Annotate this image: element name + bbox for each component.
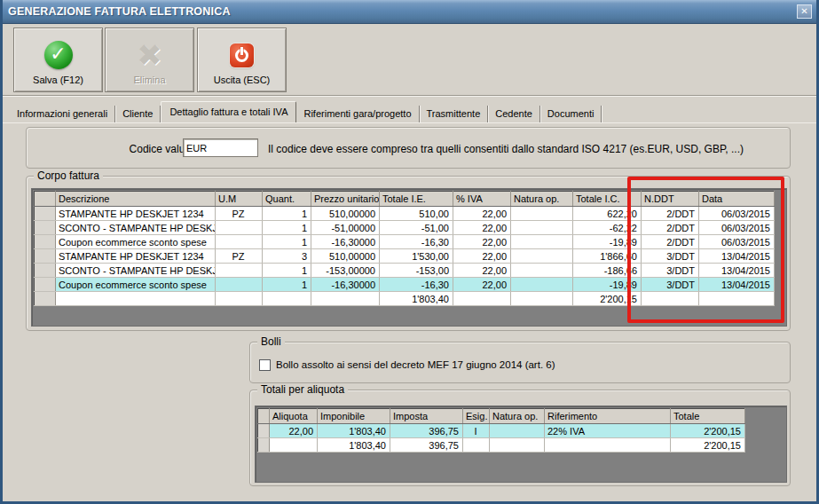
save-button-label: Salva (F12): [33, 75, 83, 85]
cell: 06/03/2015: [699, 221, 775, 235]
x-mark-icon: ✖: [137, 40, 162, 70]
cell: 2'200,15: [671, 424, 745, 438]
invoice-body-groupbox: Corpo fattura DescrizioneU.MQuant.Prezzo…: [26, 176, 791, 331]
cell: -16,30000: [311, 235, 380, 249]
table-row[interactable]: 1'803,402'200,15: [35, 292, 775, 306]
column-header[interactable]: Imponibile: [318, 409, 390, 424]
table-row[interactable]: Coupon ecommerce sconto spese1-16,30000-…: [35, 235, 775, 249]
cell: [270, 438, 318, 453]
cell: 510,00: [380, 207, 453, 221]
cell: -19,89: [573, 278, 642, 292]
table-row[interactable]: 1'803,40396,752'200,15: [258, 438, 745, 453]
column-header[interactable]: Natura op.: [490, 409, 545, 424]
cell: [453, 292, 511, 306]
cell: [216, 278, 263, 292]
currency-code-label: Codice valuta :: [62, 143, 200, 155]
close-icon[interactable]: ✕: [797, 4, 812, 19]
cell: [511, 221, 573, 235]
cell: [511, 292, 573, 306]
check-circle-icon: [44, 41, 73, 69]
cell: [545, 438, 671, 453]
cell: 22% IVA: [545, 424, 671, 438]
selector-column-header[interactable]: [258, 409, 270, 424]
cell: SCONTO - STAMPANTE HP DESKJET 1...: [56, 264, 216, 278]
invoice-body-table: DescrizioneU.MQuant.Prezzo unitarioTotal…: [34, 191, 775, 306]
titlebar[interactable]: GENERAZIONE FATTURA ELETTRONICA ✕: [0, 0, 819, 24]
cell: [511, 264, 573, 278]
column-header[interactable]: U.M: [216, 192, 263, 207]
column-header[interactable]: Totale I.E.: [380, 192, 453, 207]
column-header[interactable]: Esig.: [463, 409, 490, 424]
cell: 06/03/2015: [699, 235, 775, 249]
row-selector[interactable]: [35, 278, 56, 292]
cell: 1'803,40: [318, 424, 390, 438]
column-header[interactable]: Descrizione: [56, 192, 216, 207]
selector-column-header[interactable]: [35, 192, 56, 207]
invoice-body-grid-panel: DescrizioneU.MQuant.Prezzo unitarioTotal…: [31, 188, 787, 327]
cell: 510,00000: [311, 249, 380, 264]
exit-button[interactable]: Uscita (ESC): [197, 28, 287, 92]
tab-cedente[interactable]: Cedente: [488, 106, 540, 122]
stamp-duty-checkbox-label: Bollo assolto ai sensi del decreto MEF 1…: [276, 359, 555, 370]
column-header[interactable]: % IVA: [453, 192, 511, 207]
column-header[interactable]: Quant.: [263, 192, 311, 207]
currency-hint-text: Il codice deve essere compreso tra quell…: [268, 143, 744, 155]
cell: 1'803,40: [380, 292, 453, 306]
column-header[interactable]: Riferimento: [545, 409, 671, 424]
cell: [511, 249, 573, 264]
tab-informazioni-generali[interactable]: Informazioni generali: [10, 106, 115, 122]
table-row[interactable]: STAMPANTE HP DESKJET 1234PZ3510,000001'5…: [35, 249, 775, 264]
row-selector[interactable]: [35, 249, 56, 264]
table-row[interactable]: 22,001'803,40396,75I22% IVA2'200,15: [258, 424, 745, 438]
cell: 396,75: [390, 424, 463, 438]
currency-code-input[interactable]: [183, 138, 258, 157]
cell: [216, 235, 263, 249]
row-selector[interactable]: [35, 207, 56, 221]
cell: -153,00: [380, 264, 453, 278]
cell: [642, 292, 699, 306]
column-header[interactable]: Imposta: [390, 409, 463, 424]
save-button[interactable]: Salva (F12): [13, 28, 103, 92]
cell: -62,22: [573, 221, 642, 235]
cell: -16,30: [380, 278, 453, 292]
row-selector[interactable]: [258, 424, 270, 438]
cell: 1: [263, 221, 311, 235]
cell: PZ: [216, 249, 263, 264]
table-row[interactable]: SCONTO - STAMPANTE HP DESKJET 1...1-51,0…: [35, 221, 775, 235]
cell: [490, 424, 545, 438]
stamp-duty-checkbox[interactable]: [259, 359, 271, 371]
tab-riferimenti-gara[interactable]: Riferimenti gara/progetto: [296, 106, 419, 122]
table-row[interactable]: SCONTO - STAMPANTE HP DESKJET 1...1-153,…: [35, 264, 775, 278]
cell: STAMPANTE HP DESKJET 1234: [56, 207, 216, 221]
row-selector[interactable]: [35, 292, 56, 306]
row-selector[interactable]: [35, 235, 56, 249]
column-header[interactable]: Totale: [671, 409, 745, 424]
cell: 2/DDT: [642, 221, 699, 235]
tab-cliente[interactable]: Cliente: [115, 106, 161, 122]
cell: 2'200,15: [573, 292, 642, 306]
tab-trasmittente[interactable]: Trasmittente: [420, 106, 489, 122]
column-header[interactable]: Totale I.C.: [573, 192, 642, 207]
cell: 3: [263, 249, 311, 264]
column-header[interactable]: N.DDT: [642, 192, 699, 207]
tab-documenti[interactable]: Documenti: [540, 106, 602, 122]
cell: 22,00: [453, 221, 511, 235]
column-header[interactable]: Prezzo unitario: [311, 192, 380, 207]
cell: 396,75: [390, 438, 463, 453]
row-selector[interactable]: [258, 438, 270, 453]
tab-dettaglio-fattura[interactable]: Dettaglio fattura e totali IVA: [161, 101, 296, 122]
cell: [463, 438, 490, 453]
cell: 22,00: [453, 235, 511, 249]
column-header[interactable]: Aliquota: [270, 409, 318, 424]
table-row[interactable]: Coupon ecommerce sconto spese1-16,30000-…: [35, 278, 775, 292]
table-row[interactable]: STAMPANTE HP DESKJET 1234PZ1510,00000510…: [35, 207, 775, 221]
row-selector[interactable]: [35, 264, 56, 278]
column-header[interactable]: Data: [699, 192, 775, 207]
row-selector[interactable]: [35, 221, 56, 235]
cell: 1: [263, 235, 311, 249]
cell: 1: [263, 207, 311, 221]
cell: [216, 264, 263, 278]
column-header[interactable]: Natura op.: [511, 192, 573, 207]
cell: [511, 235, 573, 249]
cell: -153,00000: [311, 264, 380, 278]
